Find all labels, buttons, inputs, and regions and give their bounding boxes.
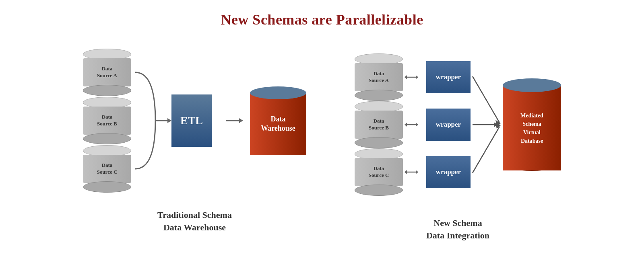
right-diagram-caption: New SchemaData Integration — [426, 217, 489, 242]
wrapper-c-label: wrapper — [436, 168, 461, 176]
page-title: New Schemas are Parallelizable — [0, 0, 644, 28]
left-source-a-label: DataSource A — [97, 66, 117, 79]
double-arrow-a — [405, 71, 421, 83]
mediated-schema-cylinder: MediatedSchemaVirtualDatabase — [503, 78, 561, 171]
wrapper-a: wrapper — [426, 61, 471, 93]
etl-to-dw-arrow — [226, 115, 246, 127]
mediated-schema-label: MediatedSchemaVirtualDatabase — [520, 111, 543, 145]
svg-marker-2 — [167, 118, 171, 123]
wrapper-b: wrapper — [426, 109, 471, 141]
double-arrow-b — [405, 119, 421, 131]
svg-line-18 — [473, 127, 500, 173]
wrapper-a-label: wrapper — [436, 73, 461, 81]
left-diagram: DataSource A DataSource B — [83, 44, 306, 234]
svg-marker-4 — [239, 118, 243, 123]
svg-marker-13 — [416, 170, 418, 174]
left-source-c: DataSource C — [83, 151, 131, 187]
svg-line-14 — [473, 76, 500, 123]
right-source-a-label: DataSource A — [369, 70, 389, 84]
wrapper-b-label: wrapper — [436, 121, 461, 129]
right-row-c: DataSource C wrapper — [355, 154, 471, 190]
right-source-a: DataSource A — [355, 59, 403, 95]
right-sources-wrappers: DataSource A wrapper — [355, 59, 471, 190]
right-source-c: DataSource C — [355, 154, 403, 190]
left-source-a: DataSource A — [83, 54, 131, 90]
svg-marker-12 — [405, 170, 407, 174]
right-diagram: DataSource A wrapper — [355, 44, 561, 242]
left-source-c-label: DataSource C — [97, 162, 118, 176]
wrapper-c: wrapper — [426, 156, 471, 188]
left-source-b: DataSource B — [83, 103, 131, 139]
right-row-b: DataSource B wrapper — [355, 107, 471, 143]
wrapper-to-med-arrows — [471, 52, 503, 197]
svg-marker-6 — [405, 75, 407, 79]
left-diagram-caption: Traditional SchemaData Warehouse — [157, 209, 232, 234]
left-source-b-label: DataSource B — [97, 114, 117, 127]
dw-label: DataWarehouse — [261, 115, 295, 133]
etl-label: ETL — [180, 114, 203, 127]
left-sources-column: DataSource A DataSource B — [83, 54, 131, 187]
data-warehouse-cylinder: DataWarehouse — [250, 86, 306, 155]
right-source-c-label: DataSource C — [369, 165, 389, 179]
right-source-b-label: DataSource B — [369, 118, 389, 131]
right-row-a: DataSource A wrapper — [355, 59, 471, 95]
etl-box: ETL — [171, 94, 212, 147]
svg-marker-9 — [405, 123, 407, 127]
svg-marker-10 — [416, 123, 418, 127]
svg-marker-7 — [416, 75, 418, 79]
double-arrow-c — [405, 166, 421, 178]
diagrams-container: DataSource A DataSource B — [0, 44, 644, 242]
right-source-b: DataSource B — [355, 107, 403, 143]
